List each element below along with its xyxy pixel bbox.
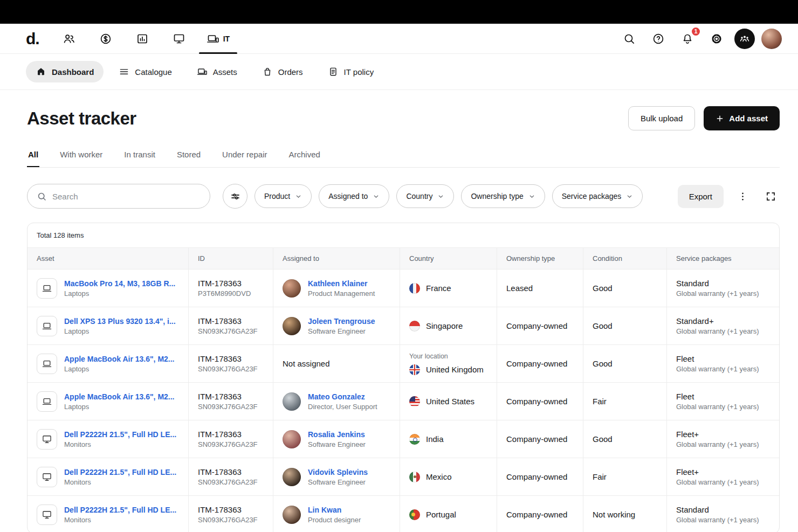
nav-it-tab[interactable]: IT xyxy=(204,28,232,50)
table-row[interactable]: Apple MacBook Air 13.6", M2... Laptops I… xyxy=(27,344,779,382)
assignee-name-link[interactable]: Lin Kwan xyxy=(308,506,361,514)
subnav-item-catalogue[interactable]: Catalogue xyxy=(109,61,181,82)
asset-cell: Apple MacBook Air 13.6", M2... Laptops xyxy=(27,345,188,382)
assignee-cell: Joleen Trengrouse Software Engineer xyxy=(273,307,400,344)
assignee-name-link[interactable]: Kathleen Klainer xyxy=(308,279,375,288)
table-row[interactable]: Dell P2222H 21.5", Full HD LE... Monitor… xyxy=(27,495,779,532)
user-avatar[interactable] xyxy=(761,29,782,49)
filter-sliders-icon[interactable] xyxy=(223,184,247,209)
asset-serial: SN093KJ76GA23F xyxy=(198,327,258,335)
asset-name-link[interactable]: Apple MacBook Air 13.6", M2... xyxy=(64,392,175,401)
tab-under-repair[interactable]: Under repair xyxy=(221,150,268,167)
export-button[interactable]: Export xyxy=(678,185,724,208)
add-asset-button[interactable]: Add asset xyxy=(704,106,780,130)
filter-assigned-to[interactable]: Assigned to xyxy=(319,184,389,208)
ownership-value: Company-owned xyxy=(506,510,567,519)
country-name: United Kingdom xyxy=(426,365,484,374)
monitor-icon xyxy=(42,434,52,445)
nav-payments-icon[interactable] xyxy=(94,28,117,50)
filter-service-packages[interactable]: Service packages xyxy=(552,184,643,208)
nav-display-icon[interactable] xyxy=(168,28,190,50)
tab-in-transit[interactable]: In transit xyxy=(123,150,156,167)
subnav-item-assets[interactable]: Assets xyxy=(187,61,247,82)
monitor-icon xyxy=(42,472,52,482)
plus-icon xyxy=(716,114,724,123)
asset-name-link[interactable]: Dell P2222H 21.5", Full HD LE... xyxy=(64,468,176,476)
asset-id: ITM-178363 xyxy=(198,354,258,363)
subnav-label: Orders xyxy=(278,67,303,77)
asset-name-link[interactable]: Dell P2222H 21.5", Full HD LE... xyxy=(64,430,176,439)
package-name: Fleet xyxy=(676,392,759,401)
subnav-item-dashboard[interactable]: Dashboard xyxy=(26,61,104,82)
asset-serial: SN093KJ76GA23F xyxy=(198,478,258,486)
team-switcher-icon[interactable] xyxy=(734,29,755,49)
filter-ownership-type[interactable]: Ownership type xyxy=(461,184,545,208)
help-icon[interactable] xyxy=(647,28,670,50)
subnav-label: Catalogue xyxy=(135,67,171,77)
subnav-item-orders[interactable]: Orders xyxy=(252,61,313,82)
tab-stored[interactable]: Stored xyxy=(176,150,202,167)
service-package-cell: Fleet Global warranty (+1 years) xyxy=(666,345,779,382)
asset-name-link[interactable]: Dell XPS 13 Plus 9320 13.4", i... xyxy=(64,317,176,326)
table-row[interactable]: Apple MacBook Air 13.6", M2... Laptops I… xyxy=(27,382,779,420)
country-name: Portugal xyxy=(426,510,456,519)
col-ownership-type: Ownership type xyxy=(497,248,583,269)
condition-cell: Not working xyxy=(583,496,666,532)
asset-name-link[interactable]: Dell P2222H 21.5", Full HD LE... xyxy=(64,506,176,514)
tab-all[interactable]: All xyxy=(27,150,39,167)
shopping-bag-icon xyxy=(262,66,273,77)
country-cell: Your location United Kingdom xyxy=(400,345,497,382)
fullscreen-icon[interactable] xyxy=(761,187,780,205)
condition-value: Not working xyxy=(593,510,635,519)
ownership-cell: Company-owned xyxy=(497,496,583,532)
assignee-name-link[interactable]: Rosalia Jenkins xyxy=(308,430,366,439)
module-nav: IT xyxy=(58,28,232,50)
country-note: Your location xyxy=(409,353,484,360)
table-row[interactable]: MacBook Pro 14, M3, 18GB R... Laptops IT… xyxy=(27,270,779,307)
asset-name-link[interactable]: Apple MacBook Air 13.6", M2... xyxy=(64,355,175,363)
chevron-down-icon xyxy=(295,193,302,200)
id-cell: ITM-178363 SN093KJ76GA23F xyxy=(188,345,273,382)
laptop-icon xyxy=(42,283,52,294)
assignee-name-link[interactable]: Mateo Gonzalez xyxy=(308,392,377,401)
search-icon xyxy=(37,191,47,202)
subnav-label: Assets xyxy=(213,67,237,77)
laptop-icon xyxy=(42,321,52,331)
nav-people-icon[interactable] xyxy=(58,28,80,50)
package-warranty: Global warranty (+1 years) xyxy=(676,516,759,524)
filter-product[interactable]: Product xyxy=(254,184,312,208)
filter-country[interactable]: Country xyxy=(396,184,454,208)
table-row[interactable]: Dell P2222H 21.5", Full HD LE... Monitor… xyxy=(27,420,779,458)
ownership-value: Company-owned xyxy=(506,434,567,444)
condition-cell: Good xyxy=(583,345,666,382)
tab-archived[interactable]: Archived xyxy=(287,150,321,167)
search-input[interactable] xyxy=(52,192,201,201)
ownership-value: Leased xyxy=(506,284,533,293)
section-navigation: Dashboard Catalogue Assets Orders IT pol… xyxy=(0,54,798,90)
asset-category: Laptops xyxy=(64,403,175,411)
id-cell: ITM-178363 SN093KJ76GA23F xyxy=(188,496,273,532)
package-name: Fleet+ xyxy=(676,467,759,476)
app-logo[interactable]: d. xyxy=(26,30,39,48)
assignee-cell: Vidovik Splevins Software Engineer xyxy=(273,458,400,495)
assignee-role: Software Engineer xyxy=(308,327,375,335)
subnav-item-it-policy[interactable]: IT policy xyxy=(318,61,384,82)
tab-with-worker[interactable]: With worker xyxy=(59,150,104,167)
nav-analytics-icon[interactable] xyxy=(131,28,154,50)
assignee-avatar xyxy=(283,392,301,411)
more-options-kebab-icon[interactable] xyxy=(733,187,752,205)
table-row[interactable]: Dell XPS 13 Plus 9320 13.4", i... Laptop… xyxy=(27,307,779,344)
bulk-upload-button[interactable]: Bulk upload xyxy=(628,106,695,130)
ownership-value: Company-owned xyxy=(506,321,567,330)
assignee-cell: Kathleen Klainer Product Management xyxy=(273,270,400,307)
search-icon[interactable] xyxy=(618,28,641,50)
asset-id: ITM-178363 xyxy=(198,505,258,514)
assignee-name-link[interactable]: Vidovik Splevins xyxy=(308,468,368,476)
assignee-name-link[interactable]: Joleen Trengrouse xyxy=(308,317,375,326)
settings-gear-icon[interactable] xyxy=(705,28,728,50)
country-cell: Singapore xyxy=(400,307,497,344)
asset-name-link[interactable]: MacBook Pro 14, M3, 18GB R... xyxy=(64,279,175,288)
assignee-info: Vidovik Splevins Software Engineer xyxy=(308,468,368,486)
search-field[interactable] xyxy=(27,184,210,209)
table-row[interactable]: Dell P2222H 21.5", Full HD LE... Monitor… xyxy=(27,458,779,495)
